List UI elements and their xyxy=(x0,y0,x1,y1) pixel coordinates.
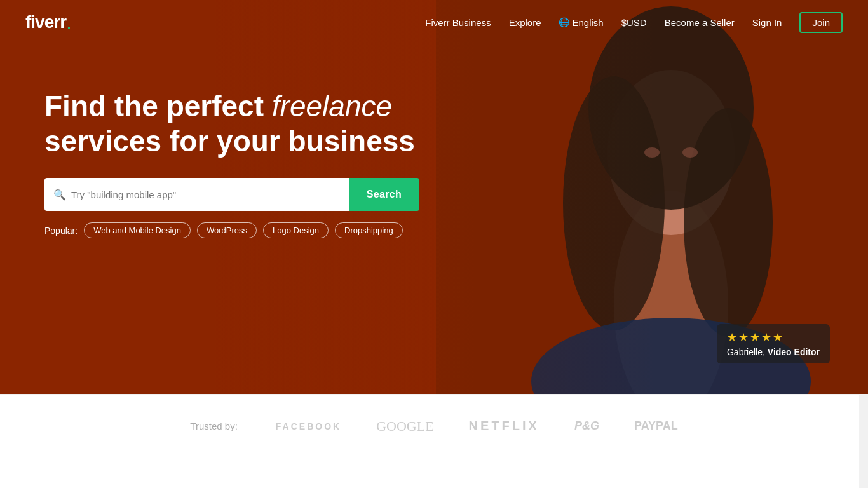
google-logo: Google xyxy=(376,418,433,435)
navbar: fiverr. Fiverr Business Explore 🌐 Englis… xyxy=(0,0,868,44)
nav-become-seller[interactable]: Become a Seller xyxy=(665,17,735,28)
trusted-section: Trusted by: FACEBOOK Google NETFLIX P&G … xyxy=(0,394,868,458)
logo-dot: . xyxy=(66,12,72,32)
search-input[interactable] xyxy=(71,189,340,200)
search-input-wrapper: 🔍 xyxy=(44,178,349,211)
hero-content: Find the perfect freelance services for … xyxy=(44,89,419,238)
trusted-label: Trusted by: xyxy=(190,421,237,431)
svg-point-8 xyxy=(682,147,698,158)
logo-text: fiverr xyxy=(25,12,66,32)
seller-stars: ★★★★★ xyxy=(727,330,820,344)
join-button[interactable]: Join xyxy=(799,12,843,33)
search-icon: 🔍 xyxy=(53,189,66,201)
hero-title: Find the perfect freelance services for … xyxy=(44,89,419,159)
nav-links: Fiverr Business Explore 🌐 English $USD B… xyxy=(425,12,843,33)
paypal-logo: PayPal xyxy=(634,419,678,433)
popular-tag-1[interactable]: WordPress xyxy=(197,222,257,238)
popular-tag-0[interactable]: Web and Mobile Design xyxy=(84,222,191,238)
seller-badge: ★★★★★ Gabrielle, Video Editor xyxy=(717,324,830,363)
netflix-logo: NETFLIX xyxy=(469,419,539,433)
nav-sign-in[interactable]: Sign In xyxy=(752,17,782,28)
hero-section: fiverr. Fiverr Business Explore 🌐 Englis… xyxy=(0,0,868,394)
logo[interactable]: fiverr. xyxy=(25,12,72,32)
pg-logo: P&G xyxy=(574,419,599,433)
nav-explore[interactable]: Explore xyxy=(509,17,541,28)
nav-currency[interactable]: $USD xyxy=(621,17,647,28)
popular-tags-row: Popular: Web and Mobile Design WordPress… xyxy=(44,222,419,238)
facebook-logo: FACEBOOK xyxy=(276,421,341,431)
globe-icon: 🌐 xyxy=(559,17,569,27)
nav-fiverr-business[interactable]: Fiverr Business xyxy=(425,17,491,28)
seller-name: Gabrielle, Video Editor xyxy=(727,347,820,357)
trusted-logos: FACEBOOK Google NETFLIX P&G PayPal xyxy=(276,418,678,435)
popular-tag-2[interactable]: Logo Design xyxy=(263,222,329,238)
popular-tag-3[interactable]: Dropshipping xyxy=(335,222,403,238)
search-bar: 🔍 Search xyxy=(44,178,419,211)
popular-label: Popular: xyxy=(44,226,78,236)
nav-language[interactable]: 🌐 English xyxy=(559,17,603,28)
svg-point-5 xyxy=(684,108,773,337)
search-button[interactable]: Search xyxy=(349,178,419,211)
